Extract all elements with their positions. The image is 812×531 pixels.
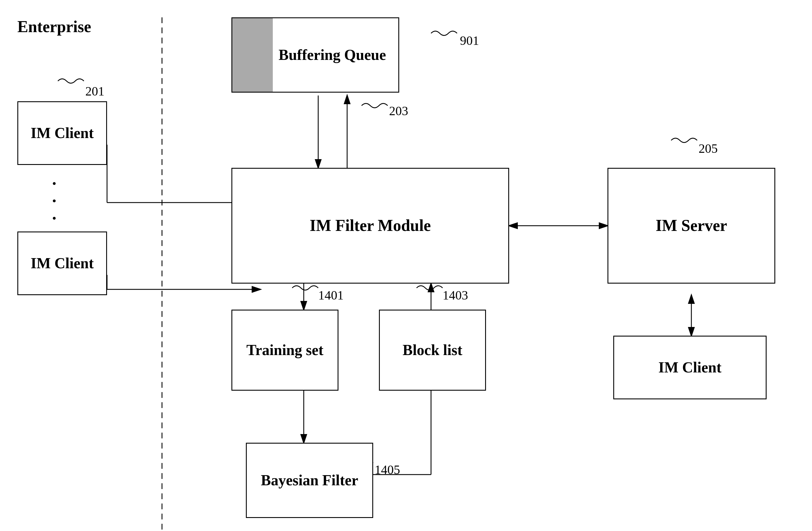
im-client-1-box: IM Client [17,101,107,165]
dots: · [52,174,56,193]
ref-1403: 1403 [443,288,468,303]
enterprise-label: Enterprise [17,17,91,36]
ref-203: 203 [389,104,408,118]
training-set-box: Training set [231,310,338,391]
dots3: · [52,209,56,228]
diagram: Enterprise 201 IM Client · · · IM Client… [0,0,812,531]
im-filter-module-box: IM Filter Module [231,168,509,284]
dots2: · [52,191,56,211]
buffering-queue-box: Buffering Queue [231,17,399,92]
block-list-box: Block list [379,310,486,391]
im-client-2-box: IM Client [17,231,107,295]
bayesian-filter-box: Bayesian Filter [246,443,373,518]
ref-1405: 1405 [375,462,400,477]
ref-201: 201 [85,84,104,99]
ref-1401: 1401 [318,288,344,303]
ref-901: 901 [460,33,479,48]
im-client-3-box: IM Client [613,336,767,399]
ref-205: 205 [699,141,718,156]
buffering-queue-shaded [232,18,273,92]
buffering-queue-text: Buffering Queue [273,18,392,92]
im-server-box: IM Server [608,168,775,284]
